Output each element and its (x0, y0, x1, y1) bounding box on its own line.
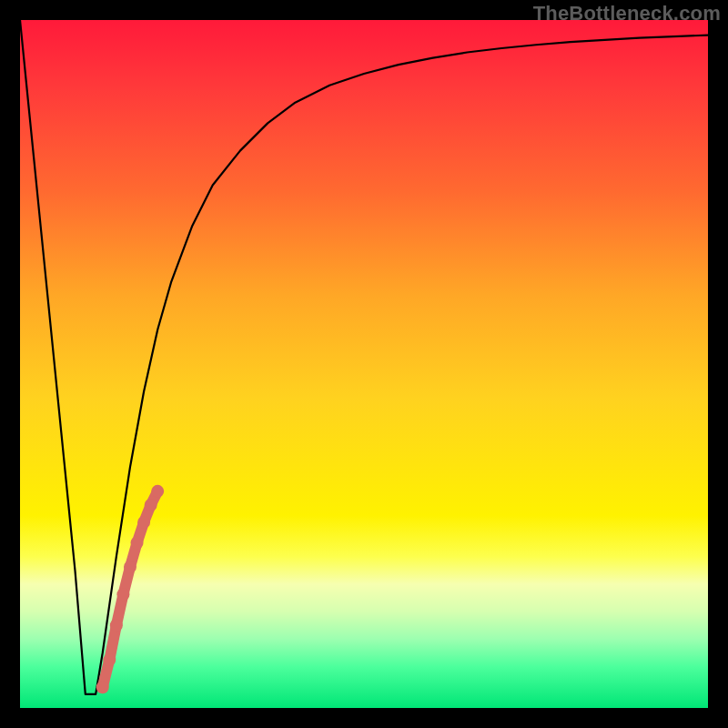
chart-container: TheBottleneck.com (0, 0, 728, 728)
svg-point-7 (145, 499, 157, 511)
svg-point-5 (131, 537, 144, 550)
svg-point-3 (116, 588, 129, 601)
svg-point-6 (137, 516, 150, 529)
highlight-segment (96, 485, 164, 693)
svg-point-0 (96, 681, 109, 693)
svg-point-2 (110, 619, 123, 632)
svg-point-8 (151, 485, 164, 498)
svg-point-4 (124, 561, 136, 573)
svg-point-1 (103, 653, 116, 666)
plot-area (20, 20, 708, 708)
chart-svg (20, 20, 708, 708)
